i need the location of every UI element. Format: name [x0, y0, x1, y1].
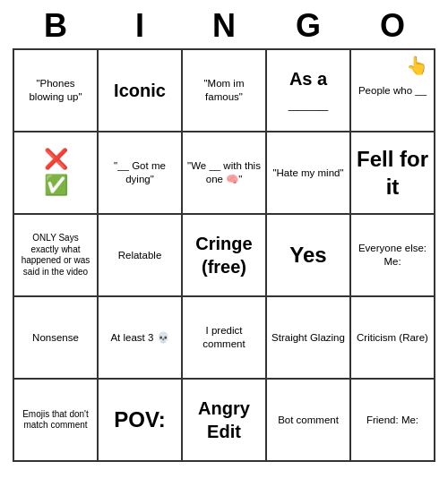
cell-r2c3: "We __ with this one 🧠"	[183, 132, 267, 215]
cell-r5c2: POV:	[99, 380, 183, 462]
cell-r4c1: Nonsense	[14, 297, 99, 380]
cell-r3c2: Relatable	[99, 215, 183, 297]
cell-text-r2c2: "__ Got me dying"	[102, 159, 177, 186]
cell-text-r4c1: Nonsense	[32, 331, 79, 345]
cross-check-icons: ❌ ✅	[44, 147, 68, 198]
cell-text-r5c1: Emojis that don't match comment	[18, 409, 93, 431]
cell-r4c2: At least 3 💀	[99, 297, 183, 380]
letter-i: I	[98, 7, 182, 45]
x-icon: ❌	[44, 147, 68, 173]
cell-r2c2: "__ Got me dying"	[99, 132, 183, 215]
bingo-grid: "Phones blowing up"Iconic"Mom im famous"…	[13, 48, 435, 462]
cell-r4c4: Straight Glazing	[267, 297, 351, 380]
cell-r1c2: Iconic	[99, 50, 183, 132]
cell-r3c1: ONLY Says exactly what happened or was s…	[14, 215, 99, 297]
letter-b: B	[13, 7, 98, 45]
cell-text-r2c4: "Hate my mind"	[272, 167, 343, 180]
cell-text-r4c2: At least 3 💀	[110, 331, 168, 345]
cell-text-r3c2: Relatable	[118, 249, 162, 262]
cell-text-r5c2: POV:	[114, 406, 165, 433]
cell-r3c3: Cringe (free)	[183, 215, 267, 297]
cell-r3c5: Everyone else: Me:	[351, 215, 435, 297]
cell-r5c5: Friend: Me:	[351, 380, 435, 462]
cell-text-r1c1: "Phones blowing up"	[18, 77, 93, 104]
cell-r5c1: Emojis that don't match comment	[14, 380, 99, 462]
cell-r1c3: "Mom im famous"	[183, 50, 267, 132]
letter-o: O	[350, 7, 435, 45]
cell-r5c4: Bot comment	[267, 380, 351, 462]
bingo-header: B I N G O	[7, 7, 441, 45]
cell-text-r1c3: "Mom im famous"	[186, 77, 262, 104]
cell-text-r1c5: People who __	[358, 84, 426, 98]
check-icon: ✅	[44, 173, 68, 199]
cell-text-r3c1: ONLY Says exactly what happened or was s…	[18, 233, 93, 278]
cell-text-r5c3: Angry Edit	[186, 397, 262, 443]
cell-r2c5: Fell for it	[351, 132, 435, 215]
cell-text-r3c4: Yes	[289, 241, 326, 269]
cell-text-r3c5: Everyone else: Me:	[355, 242, 430, 269]
cell-r1c1: "Phones blowing up"	[14, 50, 99, 132]
cell-text-r3c3: Cringe (free)	[186, 232, 262, 278]
letter-g: G	[266, 7, 350, 45]
cell-text-r1c2: Iconic	[114, 79, 166, 102]
cell-r3c4: Yes	[267, 215, 351, 297]
cell-text-r5c4: Bot comment	[278, 414, 339, 427]
cell-text-r2c3: "We __ with this one 🧠"	[186, 159, 262, 186]
cell-text-r4c5: Criticism (Rare)	[357, 331, 428, 345]
cell-emoji-r1c5: 👆	[406, 54, 428, 77]
cell-r4c5: Criticism (Rare)	[351, 297, 435, 380]
cell-r1c5: 👆People who __	[351, 50, 435, 132]
cell-r1c4: As a ____	[267, 50, 351, 132]
cell-text-r4c3: I predict comment	[186, 324, 262, 351]
cell-text-r5c5: Friend: Me:	[366, 414, 418, 427]
cell-text-r2c5: Fell for it	[355, 145, 430, 201]
letter-n: N	[182, 7, 266, 45]
cell-text-r1c4: As a ____	[271, 67, 346, 114]
cell-r4c3: I predict comment	[183, 297, 267, 380]
cell-r5c3: Angry Edit	[183, 380, 267, 462]
cell-text-r4c4: Straight Glazing	[271, 331, 345, 345]
cell-r2c1: ❌ ✅	[14, 132, 99, 215]
cell-r2c4: "Hate my mind"	[267, 132, 351, 215]
